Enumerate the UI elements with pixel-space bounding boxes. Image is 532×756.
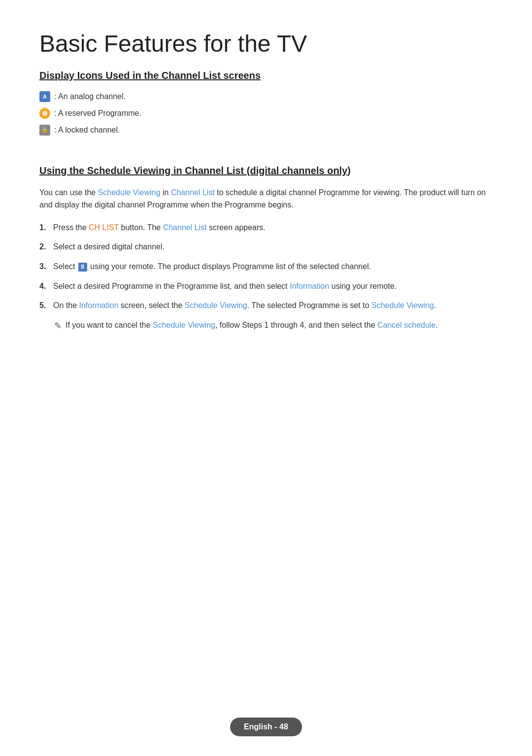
link-channel-list-step1[interactable]: Channel List xyxy=(163,223,207,232)
reserved-programme-label: : A reserved Programme. xyxy=(54,109,141,118)
page-container: Basic Features for the TV Display Icons … xyxy=(0,0,532,382)
steps-list: 1. Press the CH LIST button. The Channel… xyxy=(39,221,493,312)
step-3-content: Select B using your remote. The product … xyxy=(53,260,493,273)
link-channel-list-intro[interactable]: Channel List xyxy=(171,188,215,197)
page-title: Basic Features for the TV xyxy=(39,30,493,58)
step-4: 4. Select a desired Programme in the Pro… xyxy=(39,280,493,293)
link-schedule-viewing-intro[interactable]: Schedule Viewing xyxy=(98,188,161,197)
step-1-number: 1. xyxy=(39,221,53,234)
link-schedule-viewing-note[interactable]: Schedule Viewing xyxy=(153,321,215,329)
step-2-number: 2. xyxy=(39,241,53,253)
step-5-content: On the Information screen, select the Sc… xyxy=(53,299,493,312)
link-ch-list[interactable]: CH LIST xyxy=(89,223,119,232)
footer-text: English - 48 xyxy=(244,722,288,731)
section2-heading: Using the Schedule Viewing in Channel Li… xyxy=(39,165,493,176)
locked-channel-icon: 🔒 xyxy=(39,125,50,136)
list-item: ⊕ : A reserved Programme. xyxy=(39,108,493,119)
step-2: 2. Select a desired digital channel. xyxy=(39,241,493,253)
note-item: ✎ If you want to cancel the Schedule Vie… xyxy=(54,319,493,333)
link-schedule-viewing-step5a[interactable]: Schedule Viewing xyxy=(185,301,247,309)
list-item: 🔒 : A locked channel. xyxy=(39,125,493,136)
step-3-number: 3. xyxy=(39,260,53,273)
step-3: 3. Select B using your remote. The produ… xyxy=(39,260,493,273)
link-information-step5[interactable]: Information xyxy=(79,301,118,309)
step-4-content: Select a desired Programme in the Progra… xyxy=(53,280,493,293)
section2: Using the Schedule Viewing in Channel Li… xyxy=(39,165,493,333)
step-4-number: 4. xyxy=(39,280,53,293)
analog-channel-label: : An analog channel. xyxy=(54,92,126,101)
step-1: 1. Press the CH LIST button. The Channel… xyxy=(39,221,493,234)
list-item: A : An analog channel. xyxy=(39,91,493,102)
locked-channel-label: : A locked channel. xyxy=(54,126,120,135)
section1-heading: Display Icons Used in the Channel List s… xyxy=(39,70,493,81)
icon-list: A : An analog channel. ⊕ : A reserved Pr… xyxy=(39,91,493,136)
link-cancel-schedule[interactable]: Cancel schedule xyxy=(377,321,435,329)
step-5-number: 5. xyxy=(39,299,53,312)
link-information-step4[interactable]: Information xyxy=(290,282,329,290)
link-schedule-viewing-step5b[interactable]: Schedule Viewing xyxy=(371,301,434,309)
analog-channel-icon: A xyxy=(39,91,50,102)
inline-b-icon: B xyxy=(78,263,87,272)
step-5: 5. On the Information screen, select the… xyxy=(39,299,493,312)
step-1-content: Press the CH LIST button. The Channel Li… xyxy=(53,221,493,234)
step-2-content: Select a desired digital channel. xyxy=(53,241,493,253)
footer-bar: English - 48 xyxy=(230,718,302,736)
note-content: If you want to cancel the Schedule Viewi… xyxy=(66,319,493,332)
reserved-programme-icon: ⊕ xyxy=(39,108,50,119)
section2-intro: You can use the Schedule Viewing in Chan… xyxy=(39,186,493,211)
note-icon: ✎ xyxy=(54,319,62,333)
